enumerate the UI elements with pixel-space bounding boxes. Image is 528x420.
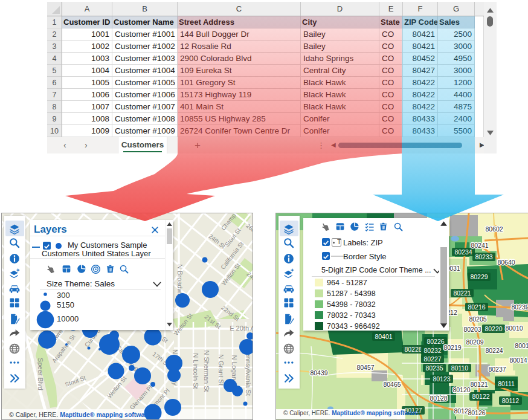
svg-text:80123: 80123 bbox=[433, 375, 450, 383]
svg-text:N Grant St: N Grant St bbox=[217, 354, 225, 386]
svg-text:E 20th A: E 20th A bbox=[230, 325, 253, 332]
svg-text:80237: 80237 bbox=[488, 366, 506, 373]
svg-text:80010: 80010 bbox=[505, 325, 523, 332]
svg-text:80229: 80229 bbox=[470, 273, 488, 280]
svg-text:80602: 80602 bbox=[485, 225, 503, 233]
svg-text:80640: 80640 bbox=[497, 259, 515, 266]
svg-text:80120: 80120 bbox=[452, 386, 470, 393]
svg-text:80227: 80227 bbox=[423, 355, 441, 363]
svg-text:N Lincoln St: N Lincoln St bbox=[192, 353, 199, 389]
svg-text:80122: 80122 bbox=[472, 393, 489, 400]
svg-text:80128: 80128 bbox=[430, 395, 447, 402]
svg-text:80216: 80216 bbox=[468, 303, 485, 311]
svg-text:80220: 80220 bbox=[485, 325, 502, 332]
svg-text:80439: 80439 bbox=[310, 369, 327, 376]
svg-text:80465: 80465 bbox=[383, 381, 401, 388]
svg-text:N Sherman St: N Sherman St bbox=[203, 350, 210, 392]
svg-text:80233: 80233 bbox=[475, 253, 492, 260]
svg-text:8001: 8001 bbox=[515, 342, 528, 349]
svg-text:80111: 80111 bbox=[498, 380, 515, 387]
svg-text:80241: 80241 bbox=[471, 242, 488, 249]
svg-text:80224: 80224 bbox=[485, 347, 503, 354]
svg-text:80126: 80126 bbox=[468, 409, 485, 416]
svg-text:80112: 80112 bbox=[502, 397, 520, 404]
svg-text:80234: 80234 bbox=[454, 248, 472, 256]
svg-text:80121: 80121 bbox=[470, 381, 488, 388]
svg-text:80209: 80209 bbox=[466, 338, 483, 346]
svg-text:80226: 80226 bbox=[427, 338, 444, 345]
svg-text:80110: 80110 bbox=[451, 364, 469, 372]
svg-text:80205: 80205 bbox=[469, 315, 486, 323]
svg-text:80232: 80232 bbox=[423, 347, 441, 354]
svg-text:80457: 80457 bbox=[356, 364, 374, 371]
svg-text:80235: 80235 bbox=[425, 364, 443, 372]
svg-text:80203: 80203 bbox=[463, 326, 481, 333]
svg-text:80219: 80219 bbox=[443, 344, 461, 351]
svg-text:Speer Blvd: Speer Blvd bbox=[37, 358, 44, 390]
svg-text:80221: 80221 bbox=[453, 289, 471, 297]
svg-text:80228: 80228 bbox=[404, 346, 422, 353]
svg-text:© Caliper, HERE. Maptitude® ma: © Caliper, HERE. Maptitude® mapping soft… bbox=[9, 411, 152, 418]
svg-text:80014: 80014 bbox=[509, 357, 527, 364]
svg-text:80401: 80401 bbox=[375, 333, 392, 340]
svg-text:80239: 80239 bbox=[511, 303, 528, 311]
